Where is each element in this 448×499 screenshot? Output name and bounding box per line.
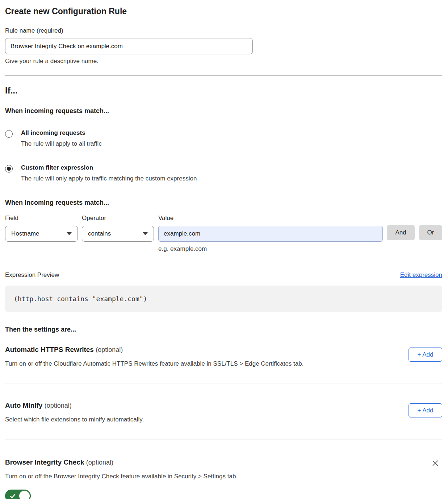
radio-button-unselected[interactable] xyxy=(5,130,13,138)
setting-title: Automatic HTTPS Rewrites xyxy=(5,346,94,353)
setting-title: Auto Minify xyxy=(5,402,42,409)
setting-automatic-https-rewrites: Automatic HTTPS Rewrites (optional) Turn… xyxy=(5,346,442,383)
section-divider xyxy=(5,75,442,76)
value-input[interactable] xyxy=(158,226,383,242)
setting-description: Turn on or off the Browser Integrity Che… xyxy=(5,473,238,480)
radio-option-all-incoming-requests[interactable]: All incoming requests The rule will appl… xyxy=(5,129,442,147)
radio-option-label: All incoming requests xyxy=(21,129,102,137)
value-help-text: e.g. example.com xyxy=(158,245,383,253)
radio-button-selected[interactable] xyxy=(5,165,13,172)
field-select[interactable]: Hostname xyxy=(5,226,78,242)
setting-auto-minify: Auto Minify (optional) Select which file… xyxy=(5,402,442,440)
setting-optional-tag: (optional) xyxy=(86,459,113,466)
checkmark-icon xyxy=(9,493,16,499)
setting-description: Turn on or off the Cloudflare Automatic … xyxy=(5,360,303,367)
radio-option-custom-filter-expression[interactable]: Custom filter expression The rule will o… xyxy=(5,164,442,182)
create-configuration-rule-form: Create new Configuration Rule Rule name … xyxy=(0,0,448,499)
add-auto-minify-button[interactable]: + Add xyxy=(409,403,442,417)
close-icon[interactable] xyxy=(431,459,439,467)
and-button[interactable]: And xyxy=(387,225,415,240)
chevron-down-icon xyxy=(67,232,72,235)
value-label: Value xyxy=(158,215,383,222)
field-label: Field xyxy=(5,215,78,222)
edit-expression-link[interactable]: Edit expression xyxy=(400,271,442,279)
chevron-down-icon xyxy=(143,232,148,235)
radio-option-description: The rule will only apply to traffic matc… xyxy=(21,175,197,182)
rule-name-input[interactable] xyxy=(5,38,253,54)
expression-code: (http.host contains "example.com") xyxy=(14,295,147,303)
rule-name-label: Rule name (required) xyxy=(5,27,442,34)
setting-title: Browser Integrity Check xyxy=(5,458,84,466)
then-settings-heading: Then the settings are... xyxy=(5,326,442,333)
section-divider xyxy=(5,440,442,440)
operator-select[interactable]: contains xyxy=(82,226,154,242)
filter-builder-row: Field Hostname Operator contains Value e… xyxy=(5,215,442,253)
radio-option-description: The rule will apply to all traffic xyxy=(21,140,102,147)
operator-label: Operator xyxy=(82,215,154,222)
field-select-value: Hostname xyxy=(11,230,39,237)
setting-optional-tag: (optional) xyxy=(45,402,72,409)
browser-integrity-check-toggle[interactable] xyxy=(5,490,31,499)
filter-builder-heading: When incoming requests match... xyxy=(5,199,442,207)
add-automatic-https-rewrites-button[interactable]: + Add xyxy=(409,348,442,362)
expression-preview-box: (http.host contains "example.com") xyxy=(5,286,442,312)
expression-preview-label: Expression Preview xyxy=(5,271,59,279)
page-title: Create new Configuration Rule xyxy=(5,7,442,16)
section-divider xyxy=(5,383,442,383)
if-heading: If... xyxy=(5,86,442,96)
radio-option-label: Custom filter expression xyxy=(21,164,197,171)
setting-optional-tag: (optional) xyxy=(96,346,123,353)
when-incoming-requests-match-heading: When incoming requests match... xyxy=(5,107,442,115)
setting-description: Select which file extensions to minify a… xyxy=(5,416,144,423)
operator-select-value: contains xyxy=(88,230,111,237)
rule-name-help-text: Give your rule a descriptive name. xyxy=(5,58,442,65)
or-button[interactable]: Or xyxy=(419,225,442,240)
toggle-knob xyxy=(19,491,30,499)
setting-browser-integrity-check: Browser Integrity Check (optional) Turn … xyxy=(5,458,442,499)
